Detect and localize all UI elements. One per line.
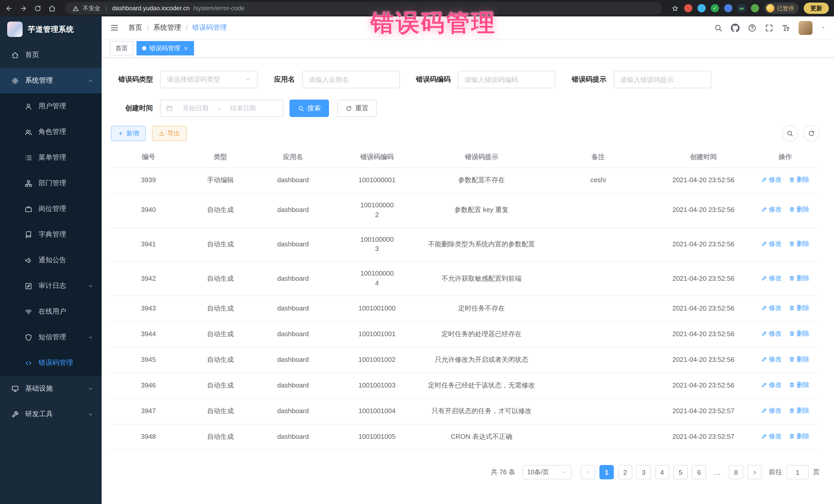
prev-page-button[interactable]: [581, 465, 595, 480]
td-actions: 修改删除: [751, 262, 820, 296]
edit-link[interactable]: 修改: [761, 406, 782, 415]
close-icon[interactable]: [183, 46, 188, 51]
sidebar-item-menu[interactable]: 菜单管理: [0, 145, 102, 170]
td-app: dashboard: [255, 398, 331, 424]
delete-link[interactable]: 删除: [789, 273, 809, 283]
next-page-button[interactable]: [747, 465, 762, 480]
list-icon: [25, 154, 32, 161]
extension-icon-6[interactable]: [751, 4, 759, 12]
browser-right-icons: on 已暂停 更新: [671, 3, 829, 14]
delete-link[interactable]: 删除: [789, 406, 809, 415]
edit-link[interactable]: 修改: [761, 329, 782, 338]
reset-button[interactable]: 重置: [337, 100, 377, 117]
edit-link[interactable]: 修改: [761, 431, 782, 441]
delete-link[interactable]: 删除: [789, 355, 809, 364]
filter-code-input[interactable]: [458, 71, 555, 88]
search-button[interactable]: 搜索: [289, 100, 329, 117]
page-size-select[interactable]: 10条/页: [523, 465, 572, 480]
edit-link[interactable]: 修改: [761, 273, 782, 283]
logo-row[interactable]: 芋道管理系统: [0, 17, 102, 42]
edit-link[interactable]: 修改: [761, 205, 782, 214]
delete-link[interactable]: 删除: [789, 205, 809, 214]
extension-icon-2[interactable]: [698, 4, 706, 12]
sidebar-item-online-user[interactable]: 在线用户: [0, 299, 102, 324]
breadcrumb-separator: /: [186, 24, 188, 31]
extension-icon-3[interactable]: [711, 4, 719, 12]
breadcrumb-home[interactable]: 首页: [128, 23, 142, 32]
td-msg: 定时任务已经处于该状态，无需修改: [423, 373, 540, 398]
search-icon[interactable]: [714, 23, 723, 32]
goto-page-input[interactable]: [786, 465, 809, 480]
sidebar-item-dict[interactable]: 字典管理: [0, 222, 102, 247]
sidebar-item-tools[interactable]: 研发工具: [0, 401, 102, 427]
caret-down-icon[interactable]: [821, 25, 826, 30]
toggle-search-button[interactable]: [782, 125, 798, 141]
tab-home[interactable]: 首页: [110, 41, 133, 56]
td-actions: 修改删除: [751, 373, 820, 398]
delete-link[interactable]: 删除: [789, 329, 809, 338]
edit-link[interactable]: 修改: [761, 303, 782, 312]
end-date-input[interactable]: [222, 104, 264, 112]
sidebar-item-dept[interactable]: 部门管理: [0, 170, 102, 196]
edit-link[interactable]: 修改: [761, 239, 782, 248]
page-button-3[interactable]: 3: [636, 465, 651, 480]
sidebar-item-notice[interactable]: 通知公告: [0, 247, 102, 273]
sidebar-item-sms[interactable]: 短信管理: [0, 324, 102, 350]
pagination-ellipsis[interactable]: ...: [710, 465, 725, 480]
address-bar[interactable]: 不安全 | dashboard.yudao.iocoder.cn /system…: [65, 2, 662, 14]
extension-icon-1[interactable]: [684, 4, 692, 12]
sidebar-item-post[interactable]: 岗位管理: [0, 196, 102, 222]
reload-icon[interactable]: [34, 4, 42, 12]
bookmark-star-icon[interactable]: [671, 4, 679, 12]
delete-link[interactable]: 删除: [789, 303, 809, 312]
table-refresh-button[interactable]: [803, 125, 820, 141]
page-button-1[interactable]: 1: [599, 465, 614, 480]
page-button-6[interactable]: 6: [692, 465, 706, 480]
tab-error-code[interactable]: 错误码管理: [136, 41, 194, 56]
browser-update-button[interactable]: 更新: [804, 3, 829, 14]
font-size-icon[interactable]: [782, 23, 790, 32]
export-button[interactable]: 导出: [152, 126, 187, 141]
forward-icon[interactable]: [20, 4, 27, 12]
delete-link[interactable]: 删除: [789, 431, 809, 441]
fullscreen-icon[interactable]: [765, 23, 773, 32]
tags-view-bar: 首页错误码管理: [102, 40, 834, 58]
col-header-actions: 操作: [751, 147, 820, 168]
edit-link[interactable]: 修改: [761, 175, 782, 184]
page-button-5[interactable]: 5: [673, 465, 688, 480]
browser-profile-chip[interactable]: 已暂停: [764, 3, 798, 14]
sidebar-item-audit-log[interactable]: 审计日志: [0, 273, 102, 299]
sidebar-item-system[interactable]: 系统管理: [0, 68, 102, 93]
sidebar-item-home[interactable]: 首页: [0, 42, 102, 68]
page-button-4[interactable]: 4: [655, 465, 669, 480]
delete-link[interactable]: 删除: [789, 239, 809, 248]
user-avatar[interactable]: [798, 21, 812, 35]
start-date-input[interactable]: [175, 104, 216, 112]
breadcrumb-system[interactable]: 系统管理: [153, 23, 181, 32]
delete-link[interactable]: 删除: [789, 175, 809, 184]
filter-date-range[interactable]: -: [160, 100, 283, 117]
filter-type-select[interactable]: 请选择错误码类型: [160, 71, 258, 88]
filter-msg-input[interactable]: [614, 71, 711, 88]
filter-app-input[interactable]: [302, 71, 399, 88]
sidebar-item-label: 字典管理: [39, 230, 93, 239]
sidebar-item-error-code[interactable]: 错误码管理: [0, 350, 102, 376]
add-button[interactable]: 新增: [111, 126, 146, 141]
edit-link[interactable]: 修改: [761, 355, 782, 364]
delete-link[interactable]: 删除: [789, 380, 809, 389]
page-button-2[interactable]: 2: [618, 465, 632, 480]
browser-home-icon[interactable]: [48, 4, 56, 12]
date-range-separator: -: [218, 105, 220, 112]
edit-link[interactable]: 修改: [761, 380, 782, 389]
back-icon[interactable]: [5, 4, 13, 12]
sidebar-item-role[interactable]: 角色管理: [0, 119, 102, 145]
help-icon[interactable]: [748, 23, 756, 32]
sidebar-item-user[interactable]: 用户管理: [0, 93, 102, 119]
github-icon[interactable]: [731, 23, 740, 32]
td-app: dashboard: [255, 227, 331, 262]
extension-icon-4[interactable]: [724, 4, 732, 12]
page-button-8[interactable]: 8: [729, 465, 743, 480]
extension-icon-on[interactable]: on: [738, 4, 746, 12]
sidebar-item-infra[interactable]: 基础设施: [0, 376, 102, 401]
hamburger-icon[interactable]: [110, 23, 119, 32]
